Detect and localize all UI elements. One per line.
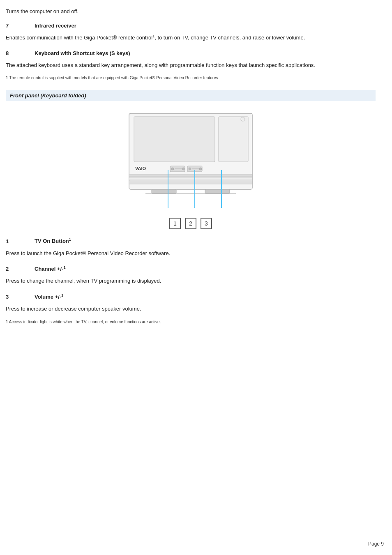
label-1: 1 [169, 218, 181, 229]
intro-text: Turns the computer on and off. [6, 8, 376, 14]
section-2-title: Channel +/-1 [35, 265, 65, 272]
svg-point-8 [182, 168, 184, 170]
section-3-title-text: Volume +/- [35, 294, 61, 300]
section-8-title: Keyboard with Shortcut keys (S keys) [35, 50, 130, 56]
section-1-sup: 1 [69, 237, 71, 242]
label-3: 3 [201, 218, 212, 229]
section-1-title: TV On Button1 [35, 237, 71, 244]
footnote-top: 1 The remote control is supplied with mo… [6, 76, 376, 80]
label-2: 2 [185, 218, 196, 229]
section-8: 8 Keyboard with Shortcut keys (S keys) T… [6, 50, 376, 69]
section-2-title-text: Channel +/- [35, 266, 63, 272]
svg-rect-13 [129, 174, 252, 177]
section-3-number: 3 [6, 294, 35, 300]
label-3-text: 3 [205, 220, 208, 227]
section-2-number: 2 [6, 266, 35, 272]
section-3-title: Volume +/-1 [35, 293, 63, 300]
section-7-body: Enables communication with the Giga Pock… [6, 34, 376, 42]
svg-rect-1 [134, 117, 215, 162]
section-1-title-text: TV On Button [35, 238, 69, 244]
svg-point-12 [199, 168, 202, 170]
svg-point-6 [171, 168, 174, 170]
section-1: 1 TV On Button1 Press to launch the Giga… [6, 237, 376, 257]
svg-rect-16 [152, 189, 176, 193]
section-2: 2 Channel +/-1 Press to change the chann… [6, 265, 376, 285]
section-2-body: Press to change the channel, when TV pro… [6, 277, 376, 285]
section-7: 7 Infrared receiver Enables communicatio… [6, 23, 376, 42]
label-1-text: 1 [173, 220, 177, 227]
page-number: Page 9 [368, 541, 384, 547]
diagram-number-labels: 1 2 3 [169, 218, 212, 229]
section-3-body: Press to increase or decrease computer s… [6, 305, 376, 313]
front-panel-header: Front panel (Keyboard folded) [6, 90, 376, 101]
section-2-sup: 1 [63, 265, 65, 269]
footnote-bottom: 1 Access indicator light is white when t… [6, 320, 376, 324]
svg-rect-17 [205, 189, 230, 193]
svg-point-10 [189, 168, 191, 170]
section-7-body-suffix: , to turn on TV, change TV channels, and… [154, 35, 305, 41]
label-2-text: 2 [189, 220, 192, 227]
svg-rect-2 [219, 117, 248, 162]
svg-rect-14 [129, 177, 252, 180]
section-7-number: 7 [6, 23, 35, 29]
section-7-body-text: Enables communication with the Giga Pock… [6, 35, 152, 41]
front-panel-title: Front panel (Keyboard folded) [10, 92, 86, 99]
section-1-body: Press to launch the Giga Pocket® Persona… [6, 249, 376, 258]
svg-text:VAIO: VAIO [135, 166, 146, 171]
tv-diagram-container: VAIO [6, 109, 376, 229]
section-1-number: 1 [6, 238, 35, 244]
svg-rect-15 [129, 181, 252, 184]
section-3-sup: 1 [61, 293, 63, 297]
section-8-body: The attached keyboard uses a standard ke… [6, 61, 376, 69]
tv-diagram-svg: VAIO [104, 109, 277, 216]
section-7-title: Infrared receiver [35, 23, 76, 29]
section-8-number: 8 [6, 50, 35, 56]
section-3: 3 Volume +/-1 Press to increase or decre… [6, 293, 376, 313]
